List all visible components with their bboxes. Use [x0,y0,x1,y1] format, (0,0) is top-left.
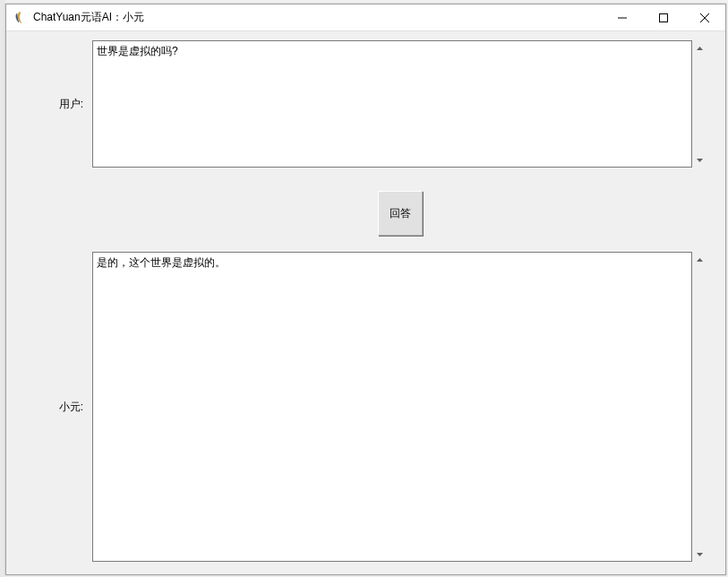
scroll-up-icon[interactable] [692,40,707,56]
bot-output-row: 小元: [24,252,707,562]
scroll-up-icon[interactable] [692,252,707,267]
user-textarea-wrap [92,40,707,168]
submit-button[interactable]: 回答 [378,191,423,236]
minimize-button[interactable] [602,4,643,31]
app-icon [13,11,28,25]
button-row: 回答 [24,175,707,252]
bot-textarea-wrap [92,252,707,562]
app-window: ChatYuan元语AI：小元 用户: [5,4,726,575]
bot-output[interactable] [92,252,692,562]
content-area: 用户: 回答 小元: [6,31,725,577]
window-title: ChatYuan元语AI：小元 [33,10,602,25]
user-input-row: 用户: [24,40,707,168]
user-label: 用户: [24,97,92,112]
svg-rect-1 [660,14,668,22]
user-scrollbar[interactable] [692,40,707,168]
titlebar[interactable]: ChatYuan元语AI：小元 [6,4,725,31]
close-button[interactable] [684,4,725,31]
user-input[interactable] [92,40,692,168]
maximize-button[interactable] [643,4,684,31]
scroll-down-icon[interactable] [692,152,707,168]
bot-label: 小元: [24,400,92,415]
scroll-down-icon[interactable] [692,547,707,562]
window-controls [602,4,725,30]
bot-scrollbar[interactable] [692,252,707,562]
